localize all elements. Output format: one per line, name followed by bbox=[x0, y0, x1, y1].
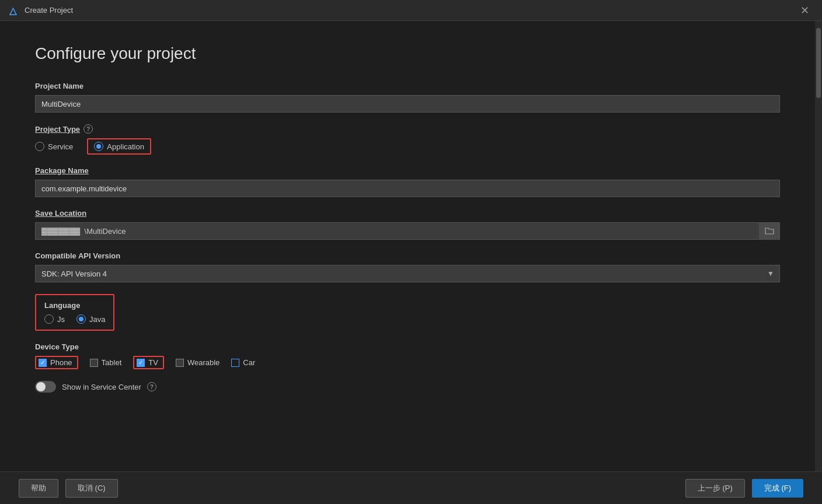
save-location-group: Save Location bbox=[35, 209, 780, 240]
wearable-checkbox bbox=[176, 359, 184, 367]
api-version-select-wrapper: SDK: API Version 4 SDK: API Version 5 SD… bbox=[35, 265, 780, 282]
device-phone-option[interactable]: Phone bbox=[35, 356, 78, 369]
footer-right: 上一步 (P) 完成 (F) bbox=[685, 479, 803, 498]
app-icon: △ bbox=[9, 5, 20, 16]
device-wearable-option[interactable]: Wearable bbox=[176, 358, 220, 367]
js-radio-circle bbox=[44, 314, 54, 324]
api-version-group: Compatible API Version SDK: API Version … bbox=[35, 251, 780, 282]
device-type-section: Device Type Phone Tablet TV bbox=[35, 342, 780, 369]
back-button[interactable]: 上一步 (P) bbox=[685, 479, 745, 498]
tablet-checkbox bbox=[90, 359, 98, 367]
save-location-label: Save Location bbox=[35, 209, 780, 218]
title-bar: △ Create Project ✕ bbox=[0, 0, 822, 21]
save-location-input[interactable] bbox=[35, 222, 780, 240]
device-tablet-option[interactable]: Tablet bbox=[90, 358, 122, 367]
project-type-help-icon[interactable]: ? bbox=[83, 124, 93, 134]
tv-checkbox bbox=[137, 359, 145, 367]
language-js-option[interactable]: Js bbox=[44, 314, 65, 324]
language-label: Language bbox=[44, 301, 105, 310]
browse-folder-button[interactable] bbox=[759, 222, 780, 240]
project-type-application-option[interactable]: Application bbox=[87, 138, 151, 155]
scrollbar[interactable] bbox=[815, 21, 822, 471]
phone-checkbox bbox=[39, 359, 47, 367]
window-title: Create Project bbox=[25, 6, 73, 15]
api-version-select[interactable]: SDK: API Version 4 SDK: API Version 5 SD… bbox=[35, 265, 780, 282]
device-car-option[interactable]: Car bbox=[231, 358, 255, 367]
project-type-group: Project Type ? Service Application bbox=[35, 124, 780, 155]
footer-left: 帮助 取消 (C) bbox=[19, 479, 118, 498]
device-type-label: Device Type bbox=[35, 342, 780, 351]
application-radio-circle bbox=[94, 142, 103, 151]
api-version-label: Compatible API Version bbox=[35, 251, 780, 260]
content-area: Configure your project Project Name Proj… bbox=[0, 21, 815, 471]
cancel-button[interactable]: 取消 (C) bbox=[65, 479, 118, 498]
toggle-thumb bbox=[36, 382, 46, 391]
title-bar-left: △ Create Project bbox=[9, 5, 73, 16]
project-name-input[interactable] bbox=[35, 95, 780, 113]
show-service-toggle[interactable] bbox=[35, 381, 56, 393]
show-service-label: Show in Service Center bbox=[62, 383, 141, 391]
footer: 帮助 取消 (C) 上一步 (P) 完成 (F) bbox=[0, 471, 822, 504]
package-name-input[interactable] bbox=[35, 180, 780, 197]
show-service-help-icon[interactable]: ? bbox=[147, 382, 156, 391]
java-radio-circle bbox=[76, 314, 86, 324]
project-type-label: Project Type ? bbox=[35, 124, 780, 134]
help-button[interactable]: 帮助 bbox=[19, 479, 58, 498]
package-name-group: Package Name bbox=[35, 166, 780, 197]
scrollbar-thumb bbox=[816, 28, 821, 98]
device-tv-option[interactable]: TV bbox=[133, 356, 164, 369]
save-location-wrapper bbox=[35, 222, 780, 240]
language-section: Language Js Java bbox=[35, 294, 114, 331]
dialog-body: Configure your project Project Name Proj… bbox=[0, 21, 822, 471]
device-type-checkbox-group: Phone Tablet TV Wearable bbox=[35, 356, 780, 369]
car-checkbox bbox=[231, 359, 239, 367]
package-name-label: Package Name bbox=[35, 166, 780, 175]
language-options: Js Java bbox=[44, 314, 105, 324]
project-type-service-option[interactable]: Service bbox=[35, 142, 73, 151]
finish-button[interactable]: 完成 (F) bbox=[752, 479, 803, 498]
project-name-label: Project Name bbox=[35, 82, 780, 90]
service-radio-circle bbox=[35, 142, 44, 151]
language-java-option[interactable]: Java bbox=[76, 314, 105, 324]
page-title: Configure your project bbox=[35, 44, 780, 63]
project-type-radio-group: Service Application bbox=[35, 138, 780, 155]
close-button[interactable]: ✕ bbox=[797, 4, 813, 17]
show-service-row: Show in Service Center ? bbox=[35, 381, 780, 393]
project-name-group: Project Name bbox=[35, 82, 780, 113]
